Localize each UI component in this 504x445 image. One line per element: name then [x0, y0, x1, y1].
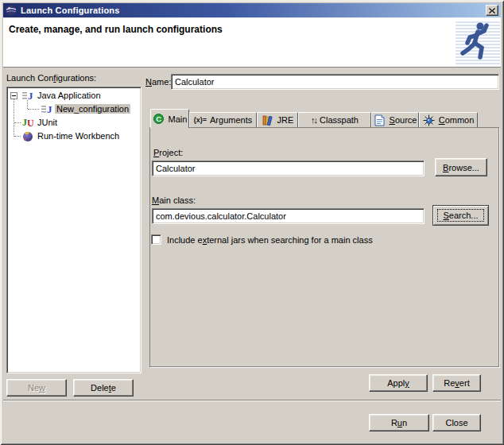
revert-button[interactable]: Revert: [432, 374, 481, 392]
close-window-button[interactable]: [486, 5, 498, 16]
tree-item-label: JUnit: [36, 118, 59, 127]
titlebar[interactable]: Launch Configurations: [3, 3, 501, 17]
apply-button[interactable]: Apply: [369, 374, 428, 392]
speed-lines-decoration: [456, 20, 500, 65]
svg-text:J: J: [28, 90, 33, 102]
tab-label: Classpath: [320, 115, 359, 125]
source-file-icon: [374, 114, 386, 126]
launch-config-tree[interactable]: J Java Application J New_configuration: [6, 87, 142, 373]
tab-label: Arguments: [210, 115, 252, 125]
run-button[interactable]: Run: [369, 414, 429, 431]
tree-item-label: Java Application: [36, 91, 103, 100]
svg-text:J: J: [47, 103, 52, 115]
junit-icon: J U: [21, 116, 34, 129]
tree-item-new-configuration[interactable]: J New_configuration: [7, 103, 141, 116]
svg-text:U: U: [27, 118, 34, 129]
launch-configurations-label: Launch Configurations:: [6, 73, 96, 83]
tree-item-java-application[interactable]: J Java Application: [7, 89, 141, 103]
workbench-icon: [21, 130, 34, 142]
name-input[interactable]: [171, 74, 499, 90]
tree-item-junit[interactable]: J U JUnit: [7, 116, 141, 130]
close-icon: [489, 8, 495, 14]
tree-item-label: Run-time Workbench: [36, 131, 121, 141]
tab-label: Common: [439, 115, 475, 125]
tab-source[interactable]: Source: [371, 112, 419, 127]
tab-label: JRE: [277, 115, 294, 125]
tab-label: Main: [169, 114, 188, 124]
search-button[interactable]: Search...: [432, 205, 489, 226]
browse-button[interactable]: Browse...: [435, 158, 487, 176]
tab-label: Source: [390, 115, 417, 125]
java-application-icon: J: [41, 103, 53, 115]
tab-arguments[interactable]: (x)= Arguments: [189, 112, 257, 127]
classpath-arrows-icon: ↑↓: [311, 115, 316, 125]
eclipse-logo-icon: [6, 5, 17, 16]
tab-common[interactable]: Common: [419, 112, 478, 127]
tree-item-runtime-workbench[interactable]: Run-time Workbench: [7, 130, 141, 143]
jre-books-icon: [262, 114, 274, 126]
arguments-icon: (x)=: [194, 116, 207, 124]
dialog-header-title: Create, manage, and run launch configura…: [9, 24, 223, 35]
main-class-input[interactable]: [152, 208, 425, 224]
button-bar-separator: [3, 400, 501, 401]
include-external-jars-label: Include external jars when searching for…: [167, 235, 373, 245]
close-button[interactable]: Close: [432, 414, 481, 431]
common-star-icon: [423, 114, 436, 126]
name-label: Name:: [145, 77, 171, 87]
svg-text:C: C: [156, 114, 161, 123]
window-title: Launch Configurations: [21, 6, 120, 15]
java-application-icon: J: [21, 89, 34, 102]
project-label: Project:: [153, 148, 183, 157]
main-class-label: Main class:: [152, 195, 196, 205]
project-input[interactable]: [152, 161, 425, 176]
delete-button[interactable]: Delete: [73, 379, 134, 397]
tab-main[interactable]: C Main: [150, 109, 189, 128]
include-external-jars-checkbox[interactable]: [151, 234, 161, 245]
collapse-minus-icon[interactable]: [10, 92, 17, 99]
tree-item-label: New_configuration: [55, 104, 130, 114]
launch-configurations-dialog: Launch Configurations Create, manage, an…: [0, 0, 504, 445]
tab-classpath[interactable]: ↑↓ Classpath: [298, 112, 371, 127]
dialog-header: Create, manage, and run launch configura…: [3, 17, 501, 68]
main-c-icon: C: [153, 113, 165, 126]
new-button: New: [6, 379, 67, 397]
running-man-icon: [459, 21, 492, 64]
tab-jre[interactable]: JRE: [257, 112, 298, 127]
